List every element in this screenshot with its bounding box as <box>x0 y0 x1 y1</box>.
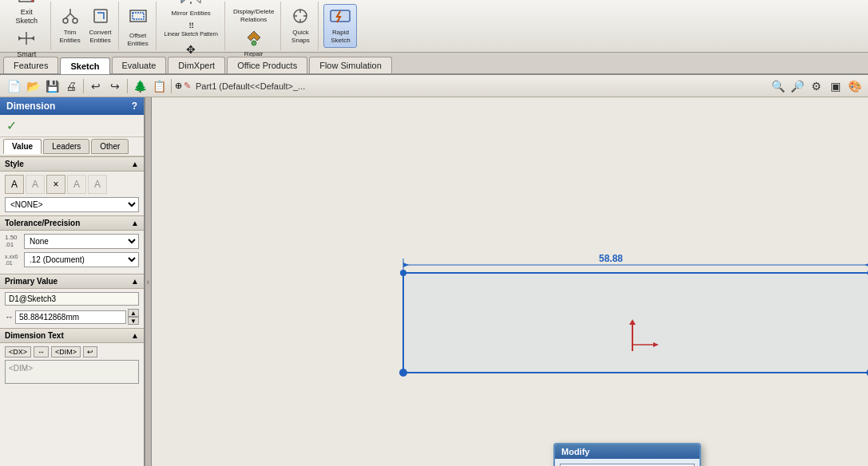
dimension-annotation: 58.88 <box>599 253 623 264</box>
tolerance-section-header: Tolerance/Precision ▲ <box>0 215 144 231</box>
zoom-to-fit-icon[interactable]: 🔍 <box>769 77 787 95</box>
panel-collapse-handle[interactable]: ‹ <box>145 97 152 466</box>
svg-line-9 <box>70 14 75 18</box>
display-delete-relations-button[interactable]: Display/Delete Relations <box>230 0 278 26</box>
style-section-header: Style ▲ <box>0 156 144 172</box>
style-collapse[interactable]: ▲ <box>131 160 139 168</box>
token-return[interactable]: ↩ <box>83 346 97 357</box>
new-file-icon[interactable]: 📄 <box>5 77 22 95</box>
trim-convert-row: Trim Entities Convert Entities <box>56 6 115 45</box>
dim-value-row: ↔ ▲ ▼ <box>5 309 139 325</box>
svg-marker-16 <box>193 0 200 3</box>
exit-sketch-button[interactable]: Exit Sketch <box>12 0 41 27</box>
dim-value-up[interactable]: ▲ <box>128 309 139 317</box>
modify-dialog: Modify ▲ ▼ Units ▶ ✓ ✕ <box>553 443 701 466</box>
convert-icon <box>92 7 109 27</box>
style-icon-x[interactable]: × <box>46 175 65 194</box>
redo-icon[interactable]: ↪ <box>106 77 124 95</box>
primary-value-section-header: Primary Value ▲ <box>0 274 144 289</box>
display-delete-icon <box>243 0 265 6</box>
trim-entities-button[interactable]: Trim Entities <box>56 6 85 45</box>
sketch-canvas[interactable]: 58.88 <box>152 97 868 466</box>
style-content: A A × A A <NONE> <box>0 172 144 215</box>
tab-flow-simulation[interactable]: Flow Simulation <box>309 57 392 73</box>
dim-text-placeholder: <DIM> <box>9 364 33 373</box>
panel-tab-value[interactable]: Value <box>3 139 42 154</box>
dim-text-label: Dimension Text <box>5 331 64 340</box>
quick-snaps-icon <box>291 7 310 27</box>
dim-arrow-icon: ↔ <box>5 312 14 322</box>
style-icon-a2[interactable]: A <box>26 175 45 194</box>
exit-sketch-icon <box>17 0 36 6</box>
modify-dialog-body: ▲ ▼ Units ▶ ✓ ✕ <box>555 459 700 466</box>
tolerance-collapse[interactable]: ▲ <box>131 219 139 227</box>
svg-marker-4 <box>31 36 34 41</box>
view-options-icon[interactable]: ⚙ <box>807 77 825 95</box>
tol-icon-1: 1.50 .01 <box>5 235 21 249</box>
tab-features[interactable]: Features <box>3 57 58 73</box>
dim-text-section-header: Dimension Text ▲ <box>0 328 144 343</box>
panel-tab-other[interactable]: Other <box>91 139 129 154</box>
token-arrow[interactable]: ↔ <box>34 346 49 357</box>
sketch-svg <box>152 97 868 466</box>
tolerance-type-select[interactable]: None <box>24 234 139 249</box>
svg-rect-11 <box>94 10 107 22</box>
tol-row-2: x.xx0 .01 .12 (Document) <box>5 252 139 267</box>
toolbar-group-exit: Exit Sketch Smart Dimension <box>3 2 51 50</box>
convert-entities-button[interactable]: Convert Entities <box>86 6 115 45</box>
panel-tab-leaders[interactable]: Leaders <box>43 139 89 154</box>
panel-help-button[interactable]: ? <box>132 101 137 112</box>
toolbar-group-rapid: Rapid Sketch <box>320 2 360 50</box>
svg-marker-31 <box>403 263 409 267</box>
feature-tree-icon[interactable]: 🌲 <box>131 77 149 95</box>
dimension-name-input[interactable] <box>5 292 139 306</box>
dim-text-collapse[interactable]: ▲ <box>131 331 139 340</box>
undo-icon[interactable]: ↩ <box>87 77 105 95</box>
rapid-sketch-button[interactable]: Rapid Sketch <box>323 4 357 47</box>
style-icon-a3[interactable]: A <box>67 175 86 194</box>
zoom-in-icon[interactable]: 🔎 <box>788 77 806 95</box>
dim-text-tokens: <DX> ↔ <DIM> ↩ <box>5 346 139 357</box>
open-icon[interactable]: 📂 <box>24 77 42 95</box>
sep2 <box>127 79 128 93</box>
style-icon-a1[interactable]: A <box>5 175 24 194</box>
tab-dimxpert[interactable]: DimXpert <box>168 57 225 73</box>
offset-entities-button[interactable]: Offset Entities <box>124 2 153 49</box>
primary-value-collapse[interactable]: ▲ <box>131 277 139 286</box>
smart-dimension-icon <box>17 30 36 49</box>
quick-snaps-button[interactable]: Quick Snaps <box>286 6 315 45</box>
linear-sketch-button[interactable]: ⠿ Linear Sketch Pattern <box>161 20 221 39</box>
precision-select[interactable]: .12 (Document) <box>24 252 139 267</box>
toolbar-group-display: Display/Delete Relations Repair Sketch <box>227 2 282 50</box>
view-type-icon[interactable]: ▣ <box>826 77 844 95</box>
tab-office-products[interactable]: Office Products <box>227 57 307 73</box>
svg-marker-32 <box>865 263 868 267</box>
main-area: Dimension ? ✓ Value Leaders Other Style … <box>0 97 868 466</box>
style-dropdown[interactable]: <NONE> <box>5 197 139 212</box>
dim-text-edit[interactable]: <DIM> <box>5 360 139 384</box>
style-icon-a4[interactable]: A <box>88 175 107 194</box>
sep1 <box>83 79 84 93</box>
toolbar-group-mirror: Mirror Entities ⠿ Linear Sketch Pattern … <box>158 2 225 50</box>
panel-header: Dimension ? <box>0 97 144 115</box>
token-dim[interactable]: <DIM> <box>51 346 81 357</box>
breadcrumb: Part1 (Default<<Default>_... <box>196 81 305 91</box>
sep3 <box>171 79 172 93</box>
tab-sketch[interactable]: Sketch <box>60 57 109 74</box>
print-icon[interactable]: 🖨 <box>62 77 80 95</box>
dim-value-down[interactable]: ▼ <box>128 317 139 325</box>
svg-marker-3 <box>18 36 22 41</box>
tab-evaluate[interactable]: Evaluate <box>112 57 167 73</box>
token-dx[interactable]: <DX> <box>5 346 31 357</box>
trim-icon <box>61 7 79 27</box>
panel-tabs: Value Leaders Other <box>0 137 144 156</box>
dimension-value-input[interactable] <box>15 310 126 324</box>
accept-button[interactable]: ✓ <box>6 119 17 132</box>
tol-icon-2: x.xx0 .01 <box>5 254 21 266</box>
display-style-icon[interactable]: 🎨 <box>846 77 863 95</box>
dim-value-arrows: ▲ ▼ <box>128 309 139 325</box>
save-icon[interactable]: 💾 <box>43 77 61 95</box>
property-manager-icon[interactable]: 📋 <box>150 77 168 95</box>
mirror-entities-button[interactable]: Mirror Entities <box>168 0 214 18</box>
tol-row-1: 1.50 .01 None <box>5 234 139 249</box>
